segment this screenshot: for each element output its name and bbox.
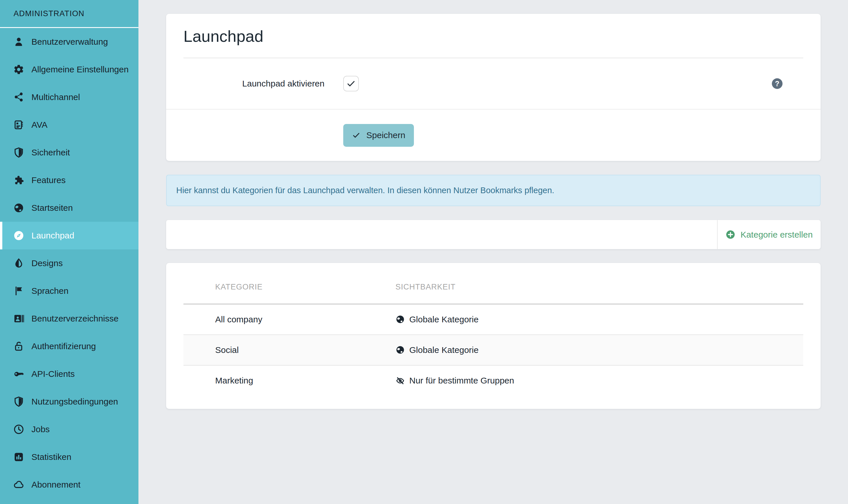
sidebar-item-label: Jobs (32, 425, 50, 434)
sidebar-item-label: Allgemeine Einstellungen (32, 65, 129, 74)
sidebar-item-multichannel[interactable]: Multichannel (0, 83, 139, 111)
visibility-cell: Globale Kategorie (395, 345, 797, 355)
visibility-label: Globale Kategorie (409, 314, 478, 324)
visibility-label: Globale Kategorie (409, 345, 478, 355)
sidebar-item-features[interactable]: Features (0, 166, 139, 194)
shield-icon (13, 147, 24, 158)
visibility-cell: Globale Kategorie (395, 314, 797, 324)
column-header-sichtbarkeit: SICHTBARKEIT (364, 274, 803, 304)
category-table: KATEGORIE SICHTBARKEIT All company Globa… (183, 274, 803, 396)
main-content: Launchpad Launchpad aktivieren ? Speiche… (139, 0, 848, 504)
table-row[interactable]: Marketing Nur für bestimmte Gruppen (183, 365, 803, 396)
info-banner: Hier kannst du Kategorien für das Launch… (166, 175, 820, 206)
sidebar-item-label: Benutzerverwaltung (32, 37, 108, 47)
plus-circle-icon (725, 230, 736, 239)
user-icon (13, 36, 24, 48)
sidebar-item-launchpad[interactable]: Launchpad (0, 222, 139, 249)
drop-icon (13, 257, 24, 269)
sidebar-item-abonnement[interactable]: Abonnement (0, 471, 139, 499)
create-category-label: Kategorie erstellen (740, 230, 813, 239)
sidebar-item-label: Sicherheit (32, 148, 70, 158)
table-row[interactable]: Social Globale Kategorie (183, 335, 803, 365)
card-header: Launchpad (166, 14, 820, 58)
sidebar-item-label: Benutzerverzeichnisse (32, 314, 119, 324)
globe-icon (395, 314, 405, 324)
flag-icon (13, 285, 24, 297)
check-icon (346, 79, 356, 89)
table-row[interactable]: All company Globale Kategorie (183, 304, 803, 335)
globe-icon (395, 345, 405, 355)
launchpad-enable-row: Launchpad aktivieren ? (166, 58, 820, 109)
sidebar-item-authentifizierung[interactable]: Authentifizierung (0, 332, 139, 360)
key-icon (13, 368, 24, 380)
sidebar-item-statistiken[interactable]: Statistiken (0, 443, 139, 471)
sidebar-item-designs[interactable]: Designs (0, 249, 139, 277)
launchpad-aktivieren-checkbox[interactable] (343, 76, 359, 91)
toolbar-spacer (166, 220, 717, 249)
sidebar-item-label: API-Clients (32, 369, 75, 379)
sidebar-item-ava[interactable]: AVA (0, 111, 139, 139)
create-category-button[interactable]: Kategorie erstellen (725, 230, 813, 239)
clock-icon (13, 424, 24, 435)
sidebar-item-jobs[interactable]: Jobs (0, 415, 139, 443)
card-footer: Speichern (166, 109, 820, 161)
sidebar-item-allgemeine-einstellungen[interactable]: Allgemeine Einstellungen (0, 56, 139, 83)
chart-icon (13, 451, 24, 463)
sidebar-item-nutzungsbedingungen[interactable]: Nutzungsbedingungen (0, 388, 139, 415)
sidebar-item-label: Launchpad (32, 231, 74, 240)
ava-icon (13, 119, 24, 131)
sidebar-item-label: Abonnement (32, 480, 81, 490)
lock-icon (13, 341, 24, 352)
sidebar-item-label: Authentifizierung (32, 341, 96, 351)
check-icon (352, 131, 360, 140)
sidebar-item-label: Multichannel (32, 92, 80, 102)
category-name-cell: Marketing (183, 365, 364, 396)
sidebar-item-label: Nutzungsbedingungen (32, 397, 118, 407)
visibility-cell: Nur für bestimmte Gruppen (395, 376, 797, 385)
shield-icon (13, 396, 24, 408)
save-button-label: Speichern (366, 130, 405, 140)
column-header-kategorie: KATEGORIE (183, 274, 364, 304)
launchpad-aktivieren-label: Launchpad aktivieren (183, 58, 324, 109)
sidebar-title: ADMINISTRATION (0, 0, 139, 28)
puzzle-icon (13, 175, 24, 186)
sidebar-item-label: AVA (32, 120, 48, 130)
category-table-card: KATEGORIE SICHTBARKEIT All company Globa… (166, 263, 820, 409)
share-icon (13, 91, 24, 103)
help-icon[interactable]: ? (772, 78, 782, 89)
launchpad-settings-card: Launchpad Launchpad aktivieren ? Speiche… (166, 14, 820, 161)
admin-sidebar: ADMINISTRATION Benutzerverwaltung Allgem… (0, 0, 139, 504)
sidebar-item-label: Designs (32, 258, 63, 268)
address-book-icon (13, 313, 24, 324)
gear-icon (13, 64, 24, 75)
sidebar-nav: Benutzerverwaltung Allgemeine Einstellun… (0, 28, 139, 499)
sidebar-item-sicherheit[interactable]: Sicherheit (0, 139, 139, 166)
sidebar-item-benutzerverwaltung[interactable]: Benutzerverwaltung (0, 28, 139, 56)
globe-icon (13, 202, 24, 214)
category-toolbar: Kategorie erstellen (166, 220, 820, 249)
category-name-cell: Social (183, 335, 364, 365)
table-header-row: KATEGORIE SICHTBARKEIT (183, 274, 803, 304)
save-button[interactable]: Speichern (343, 124, 414, 147)
page-title: Launchpad (183, 26, 803, 46)
sidebar-item-label: Startseiten (32, 203, 73, 213)
eye-slash-icon (395, 376, 405, 385)
compass-icon (13, 230, 24, 241)
toolbar-right-section: Kategorie erstellen (717, 220, 820, 249)
visibility-label: Nur für bestimmte Gruppen (409, 376, 514, 385)
sidebar-item-sprachen[interactable]: Sprachen (0, 277, 139, 305)
sidebar-item-label: Statistiken (32, 452, 71, 462)
info-banner-text: Hier kannst du Kategorien für das Launch… (176, 186, 554, 195)
sidebar-item-label: Sprachen (32, 286, 68, 296)
sidebar-item-benutzerverzeichnisse[interactable]: Benutzerverzeichnisse (0, 305, 139, 332)
cloud-icon (13, 479, 24, 490)
sidebar-item-startseiten[interactable]: Startseiten (0, 194, 139, 222)
sidebar-item-api-clients[interactable]: API-Clients (0, 360, 139, 388)
category-name-cell: All company (183, 304, 364, 335)
sidebar-item-label: Features (32, 175, 66, 185)
